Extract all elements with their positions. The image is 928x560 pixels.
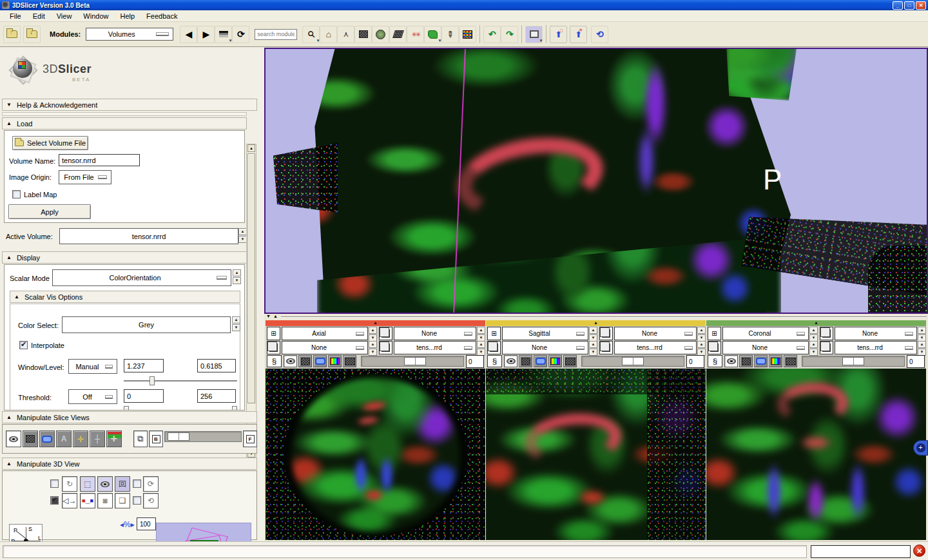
axial-foreground-dropdown[interactable]: None <box>394 327 476 340</box>
colorbar-button[interactable] <box>328 355 342 367</box>
grid-button[interactable] <box>343 355 356 367</box>
sagittal-offset-slider[interactable] <box>581 356 684 367</box>
link-views-button[interactable]: § <box>487 355 502 367</box>
coronal-background-dropdown[interactable]: tens...rrd <box>835 341 917 354</box>
color-select-dropdown[interactable]: Grey <box>62 316 231 333</box>
window-level-mode-dropdown[interactable]: Manual <box>68 359 117 374</box>
look-from-axes-button[interactable]: ⬚ <box>80 476 95 492</box>
navigator-button[interactable]: ✛ <box>106 430 122 447</box>
mouse-place-button[interactable]: ⬆✳ <box>570 26 587 43</box>
axial-orientation-dropdown[interactable]: Axial <box>282 327 368 340</box>
rock-enable-checkbox[interactable] <box>133 479 141 488</box>
maximize-button[interactable]: □ <box>904 1 914 10</box>
slider-thumb[interactable] <box>150 376 155 385</box>
module-refresh-button[interactable]: ⟳ <box>232 26 249 43</box>
label-spinner[interactable]: ▲▼ <box>589 341 597 354</box>
menu-help[interactable]: Help <box>114 11 140 21</box>
link-views-button[interactable]: § <box>267 355 282 367</box>
orientation-spinner[interactable]: ▲▼ <box>809 327 818 340</box>
section-manipulate-slice-views[interactable]: ▲ Manipulate Slice Views <box>2 411 257 423</box>
label-layer-button[interactable]: L <box>487 341 501 354</box>
background-layer-button[interactable]: B <box>599 341 613 354</box>
active-volume-dropdown[interactable]: tensor.nrrd <box>59 228 238 244</box>
colors-module-button[interactable] <box>459 26 476 43</box>
coronal-foreground-dropdown[interactable]: None <box>835 327 917 340</box>
label-layer-button[interactable]: L <box>267 341 280 354</box>
compare-layout-button[interactable]: ⧉ <box>133 430 148 447</box>
menu-window[interactable]: Window <box>77 11 114 21</box>
slider-thumb-low[interactable] <box>124 406 129 410</box>
annotation-module-button[interactable]: ✎ <box>441 26 459 43</box>
window-level-slider[interactable] <box>124 376 237 385</box>
slider-thumb[interactable] <box>168 432 189 441</box>
axial-label-dropdown[interactable]: None <box>282 341 368 354</box>
grid-crosshair-button[interactable]: ┼ <box>90 430 105 447</box>
menu-edit[interactable]: Edit <box>27 11 51 21</box>
coronal-label-dropdown[interactable]: None <box>722 341 809 354</box>
fit-slice-button[interactable] <box>313 355 327 367</box>
section-manipulate-3d-view[interactable]: ▲ Manipulate 3D View <box>2 458 257 470</box>
menu-file[interactable]: File <box>4 11 27 21</box>
rotate-right-button[interactable]: ⟳ <box>143 476 159 492</box>
slice-orientation-button[interactable]: ⊞ <box>487 327 501 340</box>
animation-mode-button[interactable]: ❏ <box>115 493 130 508</box>
module-search-button[interactable]: ⚲ <box>302 26 320 43</box>
colorbar-button[interactable] <box>769 355 782 367</box>
viewer-splitter[interactable]: ▼ ▲ <box>264 314 928 320</box>
label-spinner[interactable]: ▲▼ <box>369 341 377 354</box>
foreground-spinner[interactable]: ▲▼ <box>477 327 485 340</box>
volumes-module-button[interactable] <box>354 26 372 43</box>
interpolate-checkbox[interactable] <box>19 341 28 349</box>
axial-color-bar[interactable]: ▲ <box>266 320 485 326</box>
grid-button[interactable] <box>784 355 797 367</box>
label-spinner[interactable]: ▲▼ <box>809 341 818 354</box>
background-spinner[interactable]: ▲▼ <box>477 341 485 354</box>
fit-to-window-button[interactable] <box>39 430 55 447</box>
volume-name-input[interactable] <box>59 154 140 166</box>
background-layer-button[interactable]: B <box>820 341 833 354</box>
coronal-color-bar[interactable]: ▲ <box>706 320 926 326</box>
background-spinner[interactable]: ▲▼ <box>918 341 926 354</box>
fit-slice-button[interactable] <box>754 355 768 367</box>
module-next-button[interactable]: ▶ <box>197 26 215 43</box>
window-value-input[interactable] <box>124 359 164 372</box>
error-log-button[interactable]: ✕ <box>913 545 925 557</box>
stereo-button[interactable]: ■‿■ <box>80 493 95 508</box>
axial-slice-image[interactable] <box>266 369 485 540</box>
color-select-spinner[interactable]: ▲▼ <box>232 316 240 333</box>
level-value-input[interactable] <box>197 359 236 372</box>
slider-thumb[interactable] <box>622 357 644 365</box>
scalar-mode-dropdown[interactable]: ColorOrientation <box>52 269 231 286</box>
view3d-visibility-button[interactable] <box>97 476 113 492</box>
label-opacity-button[interactable] <box>519 355 532 367</box>
coronal-offset-slider[interactable] <box>802 356 905 367</box>
save-scene-button[interactable]: ↓ <box>23 26 41 43</box>
fiducials-module-button[interactable]: ✳✳ <box>407 26 424 43</box>
background-spinner[interactable]: ▲▼ <box>697 341 706 354</box>
slice-orientation-button[interactable]: ⊞ <box>267 327 280 340</box>
spin2-checkbox[interactable] <box>133 496 141 505</box>
look-direction-button[interactable]: ◁→ <box>62 493 77 508</box>
module-history-button[interactable] <box>215 26 232 43</box>
axial-offset-input[interactable] <box>466 355 484 368</box>
slice-visibility-button[interactable] <box>504 355 517 367</box>
sagittal-color-bar[interactable]: ▲ <box>486 320 706 326</box>
search-modules-input[interactable] <box>255 29 297 40</box>
rotate-down-button[interactable]: ⟲ <box>143 493 159 508</box>
spin-view-button[interactable]: ↻ <box>62 476 77 492</box>
slice-visibility-button[interactable] <box>284 355 297 367</box>
title-bar[interactable]: 3DSlicer Version 3.0 Beta _ □ ✕ <box>0 0 928 10</box>
slice-visibility-button[interactable] <box>724 355 738 367</box>
collapse-up-icon[interactable]: ▲ <box>273 314 278 318</box>
slider-thumb-high[interactable] <box>232 406 237 410</box>
image-origin-dropdown[interactable]: From File <box>59 170 111 184</box>
orientation-spinner[interactable]: ▲▼ <box>589 327 597 340</box>
select-volume-file-button[interactable]: Select Volume File <box>12 136 88 150</box>
slider-thumb[interactable] <box>404 357 426 365</box>
close-button[interactable]: ✕ <box>916 1 926 10</box>
menu-view[interactable]: View <box>51 11 78 21</box>
scroll-up-icon[interactable]: ▲ <box>247 144 255 152</box>
redo-button[interactable]: ↷ <box>501 26 518 43</box>
coronal-slice-image[interactable] <box>706 369 926 540</box>
transforms-module-button[interactable] <box>389 26 407 43</box>
